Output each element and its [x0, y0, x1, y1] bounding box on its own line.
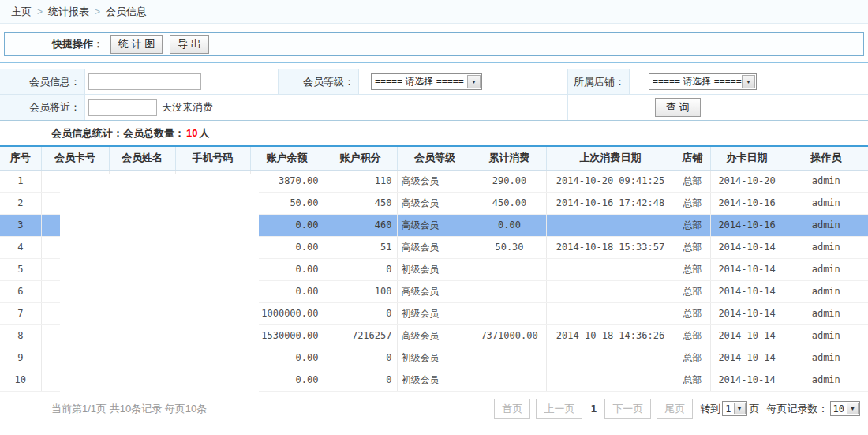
filter-row-2: 会员将近： 天没来消费 查 询 [0, 95, 868, 120]
store-select[interactable]: ===== 请选择 ===== ▼ [649, 73, 757, 90]
col-header-level: 会员等级 [397, 146, 473, 170]
cell-level: 高级会员 [397, 280, 473, 302]
pagination-next-button[interactable]: 下一页 [604, 399, 651, 419]
goto-page-select[interactable]: 1 ▼ [722, 401, 746, 416]
breadcrumb-member-info-link[interactable]: 会员信息 [106, 6, 147, 17]
member-table-wrap: 序号会员卡号会员姓名手机号码账户余额账户积分会员等级累计消费上次消费日期店铺办卡… [0, 145, 868, 392]
stats-count: 10 [186, 127, 197, 139]
breadcrumb-separator: > [95, 6, 100, 17]
cell-card-date: 2014-10-14 [710, 302, 784, 324]
cell-level: 高级会员 [397, 192, 473, 214]
cell-operator: admin [784, 347, 868, 369]
cell-points: 110 [324, 170, 397, 192]
col-header-phone: 手机号码 [175, 146, 250, 170]
cell-operator: admin [784, 214, 868, 236]
cell-store: 总部 [675, 214, 710, 236]
cell-balance: 0.00 [250, 214, 324, 236]
cell-points: 51 [324, 236, 397, 258]
cell-last-spend-date [546, 280, 675, 302]
cell-card-date: 2014-10-16 [710, 214, 784, 236]
cell-total-spend [473, 280, 546, 302]
chevron-down-icon: ▼ [742, 75, 755, 88]
store-label: 所属店铺： [568, 69, 630, 94]
cell-balance: 0.00 [250, 236, 324, 258]
pagination-prev-button[interactable]: 上一页 [536, 399, 582, 419]
col-header-points: 账户积分 [324, 146, 397, 170]
days-label: 会员将近： [0, 95, 85, 120]
cell-operator: admin [784, 192, 868, 214]
chevron-down-icon: ▼ [847, 403, 859, 414]
member-level-label: 会员等级： [279, 69, 359, 94]
cell-balance: 0.00 [250, 280, 324, 302]
cell-card-date: 2014-10-14 [710, 347, 784, 369]
cell-card-date: 2014-10-14 [710, 236, 784, 258]
cell-balance: 0.00 [250, 347, 324, 369]
cell-total-spend: 7371000.00 [473, 324, 546, 347]
cell-card-date: 2014-10-14 [710, 280, 784, 302]
col-header-total-spend: 累计消费 [473, 146, 546, 170]
cell-operator: admin [784, 302, 868, 324]
cell-balance: 0.00 [250, 258, 324, 280]
pagination-controls: 首页 上一页 1 下一页 尾页 转到 1 ▼ 页 每页记录数： 10 ▼ [488, 399, 862, 419]
pagination-summary: 当前第1/1页 共10条记录 每页10条 [51, 402, 207, 416]
cell-store: 总部 [675, 170, 710, 192]
breadcrumb: 主页>统计报表>会员信息 [0, 0, 868, 24]
goto-suffix-label: 页 [750, 402, 760, 416]
cell-card-date: 2014-10-14 [710, 258, 784, 280]
cell-points: 0 [324, 347, 397, 369]
pagination-first-button[interactable]: 首页 [494, 399, 530, 419]
pagination-last-button[interactable]: 尾页 [657, 399, 693, 419]
redaction-overlay [60, 174, 259, 399]
cell-store: 总部 [675, 302, 710, 324]
quick-actions-bar: 快捷操作： 统 计 图 导 出 [4, 32, 864, 56]
divider [0, 62, 868, 63]
per-page-select[interactable]: 10 ▼ [830, 401, 860, 416]
cell-balance: 1000000.00 [250, 302, 324, 324]
cell-balance: 1530000.00 [250, 324, 324, 347]
cell-points: 7216257 [324, 324, 397, 347]
cell-index: 8 [0, 324, 41, 347]
days-suffix-label: 天没来消费 [162, 100, 213, 114]
cell-balance: 0.00 [250, 369, 324, 391]
cell-operator: admin [784, 170, 868, 192]
cell-card-date: 2014-10-16 [710, 192, 784, 214]
cell-operator: admin [784, 280, 868, 302]
member-info-input[interactable] [88, 73, 201, 90]
breadcrumb-separator: > [37, 6, 43, 17]
cell-index: 7 [0, 302, 41, 324]
cell-index: 4 [0, 236, 41, 258]
cell-balance: 50.00 [250, 192, 324, 214]
cell-index: 10 [0, 369, 41, 391]
cell-total-spend [473, 369, 546, 391]
cell-card-date: 2014-10-14 [710, 324, 784, 347]
per-page-label: 每页记录数： [767, 402, 829, 416]
col-header-name: 会员姓名 [109, 146, 175, 170]
query-button[interactable]: 查 询 [655, 98, 701, 117]
cell-total-spend [473, 347, 546, 369]
col-header-store: 店铺 [675, 146, 710, 170]
cell-last-spend-date [546, 347, 675, 369]
cell-index: 5 [0, 258, 41, 280]
cell-total-spend: 290.00 [473, 170, 546, 192]
chart-button[interactable]: 统 计 图 [110, 35, 163, 54]
cell-level: 高级会员 [397, 236, 473, 258]
stats-bar: 会员信息统计：会员总数量：10人 [0, 121, 868, 145]
breadcrumb-home-link[interactable]: 主页 [11, 6, 32, 17]
quick-actions-label: 快捷操作： [52, 37, 103, 51]
cell-total-spend: 50.30 [473, 236, 546, 258]
cell-last-spend-date: 2014-10-16 17:42:48 [546, 192, 675, 214]
col-header-balance: 账户余额 [250, 146, 324, 170]
cell-total-spend [473, 302, 546, 324]
days-input[interactable] [88, 99, 157, 116]
cell-last-spend-date: 2014-10-18 15:33:57 [546, 236, 675, 258]
table-header-row: 序号会员卡号会员姓名手机号码账户余额账户积分会员等级累计消费上次消费日期店铺办卡… [0, 146, 868, 170]
cell-store: 总部 [675, 369, 710, 391]
cell-level: 初级会员 [397, 302, 473, 324]
goto-page-select-value: 1 [723, 403, 733, 414]
cell-store: 总部 [675, 258, 710, 280]
export-button[interactable]: 导 出 [170, 35, 209, 54]
cell-index: 2 [0, 192, 41, 214]
member-level-select[interactable]: ===== 请选择 ===== ▼ [371, 73, 482, 90]
cell-points: 0 [324, 258, 397, 280]
breadcrumb-reports-link[interactable]: 统计报表 [48, 6, 89, 17]
